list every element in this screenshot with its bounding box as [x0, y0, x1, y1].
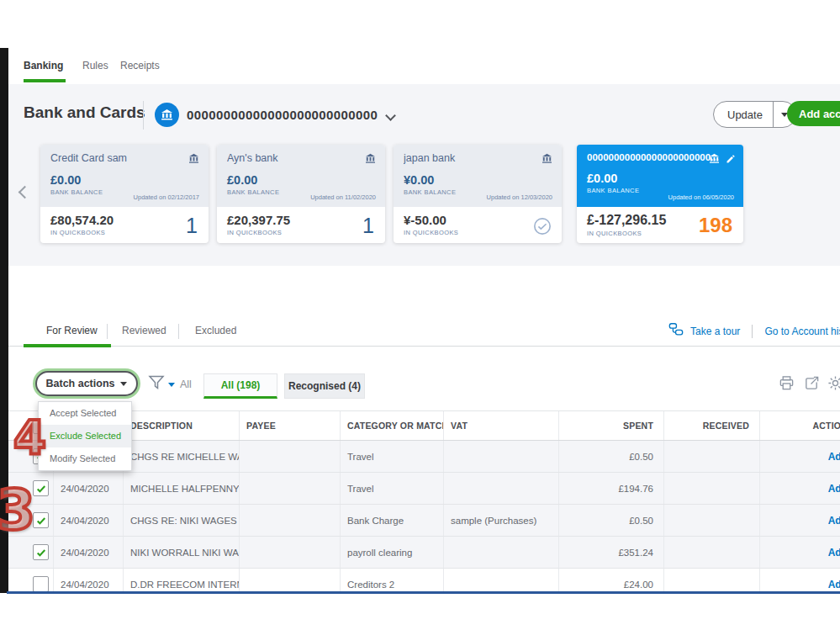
filter-all-label[interactable]: All: [180, 379, 192, 390]
cell-vat: [444, 569, 559, 593]
table-row[interactable]: 24/04/2020 CHGS RE: NIKI WAGES Bank Char…: [8, 505, 840, 537]
cell-description: CHGS RE MICHELLE WA...: [124, 441, 240, 472]
row-checkbox[interactable]: [33, 544, 49, 560]
cards-scroll-left-icon[interactable]: [18, 186, 32, 199]
bank-icon: [542, 152, 552, 167]
gear-icon[interactable]: [827, 375, 840, 394]
cell-payee: [240, 441, 341, 472]
add-link[interactable]: Add: [828, 451, 840, 463]
cell-category: Bank Charge: [341, 505, 444, 536]
header-action[interactable]: ACTION: [760, 411, 840, 440]
cell-date: 24/04/2020: [54, 537, 124, 568]
cell-received: [664, 537, 760, 568]
cell-action: Add: [760, 569, 840, 593]
header-payee[interactable]: PAYEE: [240, 411, 341, 440]
header-category[interactable]: CATEGORY OR MATCH: [341, 411, 444, 440]
cell-description: MICHELLE HALFPENNY ...: [124, 473, 240, 504]
tab-all-transactions[interactable]: All (198): [203, 373, 277, 399]
take-tour-icon: [668, 322, 684, 340]
updated-date: Updated on 12/03/2020: [487, 193, 552, 201]
table-row[interactable]: 24/04/2020 NIKI WORRALL NIKI WAG... payr…: [8, 537, 840, 569]
print-icon[interactable]: [779, 375, 795, 394]
tab-recognised[interactable]: Recognised (4): [284, 373, 365, 399]
tab-rules[interactable]: Rules: [82, 60, 108, 71]
tab-for-review[interactable]: For Review: [46, 325, 98, 336]
table-row[interactable]: 24/04/2020 CHGS RE MICHELLE WA... Travel…: [8, 441, 840, 473]
cell-description: NIKI WORRALL NIKI WAG...: [124, 537, 240, 568]
quickbooks-label: IN QUICKBOOKS: [50, 229, 198, 236]
cell-category: Creditors 2: [341, 569, 444, 593]
bank-balance-amount: £0.00: [227, 173, 375, 187]
card-name: japan bank: [404, 152, 530, 164]
active-tab-underline: [24, 344, 111, 347]
add-link[interactable]: Add: [828, 515, 840, 527]
menu-item-exclude-selected[interactable]: Exclude Selected: [39, 425, 131, 447]
quickbooks-label: IN QUICKBOOKS: [227, 229, 375, 236]
updated-date: Updated on 11/02/2020: [310, 193, 376, 201]
cell-vat: sample (Purchases): [444, 505, 559, 536]
take-tour-link[interactable]: Take a tour: [690, 326, 740, 337]
cell-spent: £0.50: [559, 441, 664, 472]
cell-vat: [444, 473, 559, 504]
tab-excluded[interactable]: Excluded: [195, 325, 236, 336]
card-header: Ayn's bank £0.00 BANK BALANCE Updated on…: [217, 145, 385, 207]
header-received[interactable]: RECEIVED: [664, 411, 760, 440]
cell-received: [664, 505, 760, 536]
add-link[interactable]: Add: [828, 579, 840, 590]
account-card-credit-card-sam[interactable]: Credit Card sam £0.00 BANK BALANCE Updat…: [40, 145, 209, 243]
row-checkbox[interactable]: [33, 576, 49, 592]
add-account-button[interactable]: Add accounts: [787, 101, 840, 126]
updated-date: Updated on 06/05/2020: [668, 193, 734, 201]
account-card-japan-bank[interactable]: japan bank ¥0.00 BANK BALANCE Updated on…: [394, 145, 562, 243]
cell-received: [664, 569, 760, 593]
divider: [178, 324, 179, 339]
header-description[interactable]: DESCRIPTION: [124, 411, 240, 440]
cell-received: [664, 441, 760, 472]
card-name: Ayn's bank: [227, 152, 353, 164]
add-link[interactable]: Add: [828, 483, 840, 495]
checkbox-cell: [8, 569, 54, 593]
filter-caret-icon[interactable]: [168, 383, 175, 387]
card-footer: £80,574.20 IN QUICKBOOKS 1: [40, 207, 209, 236]
table-row[interactable]: 24/04/2020 D.DR FREECOM INTERNE... Credi…: [8, 569, 840, 593]
export-icon[interactable]: [804, 375, 820, 394]
quickbooks-amount: £20,397.75: [227, 213, 375, 227]
account-card-ayns-bank[interactable]: Ayn's bank £0.00 BANK BALANCE Updated on…: [217, 145, 385, 243]
header-vat[interactable]: VAT: [444, 411, 559, 440]
card-footer: £20,397.75 IN QUICKBOOKS 1: [217, 207, 385, 236]
cell-payee: [240, 473, 341, 504]
cell-category: Travel: [341, 473, 444, 504]
account-history-link[interactable]: Go to Account history: [764, 326, 840, 337]
table-row[interactable]: 24/04/2020 MICHELLE HALFPENNY ... Travel…: [8, 473, 840, 505]
filter-funnel-icon[interactable]: [148, 375, 165, 394]
cell-payee: [240, 505, 341, 536]
card-header: Credit Card sam £0.00 BANK BALANCE Updat…: [40, 145, 209, 207]
tab-receipts[interactable]: Receipts: [120, 60, 160, 71]
cell-spent: £194.76: [559, 473, 664, 504]
screenshot-clip-edge: [7, 591, 840, 594]
transactions-table: DATE DESCRIPTION PAYEE CATEGORY OR MATCH…: [8, 410, 840, 593]
batch-actions-button[interactable]: Batch actions: [35, 371, 138, 396]
cell-category: payroll clearing: [341, 537, 444, 568]
account-number[interactable]: 00000000000000000000000000: [187, 108, 378, 122]
cell-spent: £24.00: [559, 569, 664, 593]
bank-icon: [365, 152, 376, 167]
quickbooks-label: IN QUICKBOOKS: [404, 229, 552, 236]
edit-pencil-icon[interactable]: [726, 152, 736, 167]
menu-item-modify-selected[interactable]: Modify Selected: [39, 447, 131, 470]
menu-item-accept-selected[interactable]: Accept Selected: [39, 402, 131, 425]
header-spent[interactable]: SPENT: [559, 411, 664, 440]
cell-payee: [240, 537, 341, 568]
update-label: Update: [714, 109, 773, 121]
add-link[interactable]: Add: [828, 547, 840, 559]
account-card-selected[interactable]: 00000000000000000000000... £0.00 BANK BA…: [577, 145, 743, 243]
annotation-step-3: 3: [0, 483, 35, 538]
tab-reviewed[interactable]: Reviewed: [122, 325, 166, 336]
cell-action: Add: [760, 505, 840, 536]
card-name: 00000000000000000000000...: [587, 152, 721, 162]
update-button[interactable]: Update: [713, 101, 796, 128]
chevron-down-icon[interactable]: [385, 110, 396, 121]
cell-spent: £0.50: [559, 505, 664, 536]
bank-balance-amount: £0.00: [587, 172, 733, 185]
tab-banking[interactable]: Banking: [24, 60, 63, 71]
